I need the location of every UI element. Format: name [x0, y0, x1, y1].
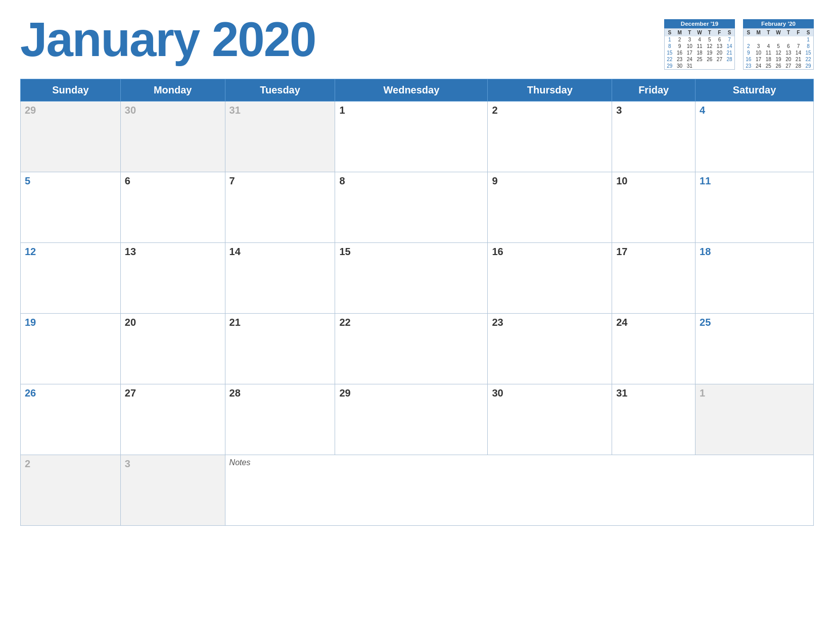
- mini-day-cell: 3: [754, 43, 764, 49]
- notes-cell: Notes: [225, 455, 813, 526]
- mini-day-cell: 10: [684, 43, 694, 49]
- calendar-cell: 23: [488, 314, 612, 384]
- mini-day-cell: [773, 36, 783, 43]
- calendar-cell: 31: [225, 102, 335, 172]
- day-number: 14: [229, 246, 331, 258]
- mini-day-cell: 18: [763, 56, 773, 63]
- mini-day-cell: 21: [794, 56, 804, 63]
- day-number: 28: [229, 387, 331, 399]
- day-number: 10: [616, 175, 691, 187]
- col-header-monday: Monday: [120, 79, 225, 102]
- calendar-cell: 14: [225, 243, 335, 314]
- mini-day-header: S: [724, 29, 734, 36]
- calendar-cell: 30: [488, 384, 612, 455]
- day-number: 17: [616, 246, 691, 258]
- mini-day-header: M: [754, 29, 764, 36]
- mini-day-header: F: [715, 29, 725, 36]
- calendar-cell: 3: [612, 102, 696, 172]
- mini-day-cell: 16: [675, 49, 685, 56]
- mini-day-header: F: [794, 29, 804, 36]
- col-header-friday: Friday: [612, 79, 696, 102]
- mini-day-cell: 24: [684, 56, 694, 63]
- mini-day-cell: 28: [794, 63, 804, 69]
- mini-day-header: M: [675, 29, 685, 36]
- mini-day-cell: 22: [803, 56, 813, 63]
- mini-day-cell: 28: [724, 56, 734, 63]
- mini-day-cell: [715, 63, 725, 69]
- day-number: 30: [125, 105, 221, 116]
- day-number: 3: [125, 458, 221, 470]
- calendar-cell: 24: [612, 314, 696, 384]
- mini-day-cell: [705, 63, 715, 69]
- day-number: 18: [700, 246, 809, 258]
- day-number: 31: [616, 387, 691, 399]
- calendar-cell: 9: [488, 172, 612, 243]
- calendar-cell: 3: [120, 455, 225, 526]
- mini-day-cell: 2: [744, 43, 754, 49]
- mini-day-cell: 11: [694, 43, 705, 49]
- mini-day-cell: [794, 36, 804, 43]
- mini-day-cell: 4: [694, 36, 705, 43]
- mini-day-header: W: [773, 29, 783, 36]
- mini-day-cell: 25: [763, 63, 773, 69]
- mini-day-cell: 23: [675, 56, 685, 63]
- mini-day-cell: [694, 63, 705, 69]
- calendar-cell: 5: [21, 172, 121, 243]
- mini-day-cell: 6: [715, 36, 725, 43]
- mini-day-cell: 1: [665, 36, 675, 43]
- day-number: 20: [125, 317, 221, 328]
- mini-day-cell: 29: [803, 63, 813, 69]
- day-number: 29: [25, 105, 116, 116]
- day-number: 1: [700, 387, 809, 399]
- calendar-cell: 15: [335, 243, 488, 314]
- day-number: 9: [492, 175, 608, 187]
- mini-day-cell: 19: [773, 56, 783, 63]
- mini-day-cell: 30: [675, 63, 685, 69]
- notes-label: Notes: [229, 458, 809, 467]
- col-header-thursday: Thursday: [488, 79, 612, 102]
- calendar-cell: 2: [21, 455, 121, 526]
- day-number: 11: [700, 175, 809, 187]
- calendar-cell: 2: [488, 102, 612, 172]
- mini-day-cell: 15: [803, 49, 813, 56]
- day-number: 16: [492, 246, 608, 258]
- day-number: 4: [700, 105, 809, 116]
- mini-day-cell: [724, 63, 734, 69]
- day-number: 5: [25, 175, 116, 187]
- calendar-cell: 7: [225, 172, 335, 243]
- day-number: 8: [339, 175, 483, 187]
- mini-day-header: T: [684, 29, 694, 36]
- calendar-cell: 26: [21, 384, 121, 455]
- mini-day-cell: 26: [705, 56, 715, 63]
- calendar-cell: 29: [335, 384, 488, 455]
- mini-day-cell: 13: [715, 43, 725, 49]
- mini-day-cell: 21: [724, 49, 734, 56]
- mini-cal-dec: December '19 SMTWTFS12345678910111213141…: [664, 19, 735, 70]
- calendar-cell: 29: [21, 102, 121, 172]
- mini-day-header: T: [705, 29, 715, 36]
- mini-day-cell: 14: [794, 49, 804, 56]
- calendar-cell: 19: [21, 314, 121, 384]
- day-number: 26: [25, 387, 116, 399]
- day-number: 31: [229, 105, 331, 116]
- day-number: 24: [616, 317, 691, 328]
- calendar-cell: 4: [696, 102, 814, 172]
- mini-day-header: W: [694, 29, 705, 36]
- page-header: January 2020 December '19 SMTWTFS1234567…: [20, 15, 814, 70]
- mini-day-cell: 12: [705, 43, 715, 49]
- mini-day-header: T: [783, 29, 794, 36]
- mini-cal-dec-title: December '19: [664, 19, 735, 28]
- calendar-cell: 8: [335, 172, 488, 243]
- col-header-tuesday: Tuesday: [225, 79, 335, 102]
- mini-cal-feb-title: February '20: [743, 19, 814, 28]
- mini-day-cell: 3: [684, 36, 694, 43]
- mini-day-cell: 25: [694, 56, 705, 63]
- mini-day-cell: 9: [744, 49, 754, 56]
- mini-day-cell: 20: [715, 49, 725, 56]
- day-number: 12: [25, 246, 116, 258]
- calendar-cell: 22: [335, 314, 488, 384]
- mini-day-cell: 19: [705, 49, 715, 56]
- mini-day-cell: 27: [783, 63, 794, 69]
- mini-day-cell: 5: [773, 43, 783, 49]
- calendar-cell: 17: [612, 243, 696, 314]
